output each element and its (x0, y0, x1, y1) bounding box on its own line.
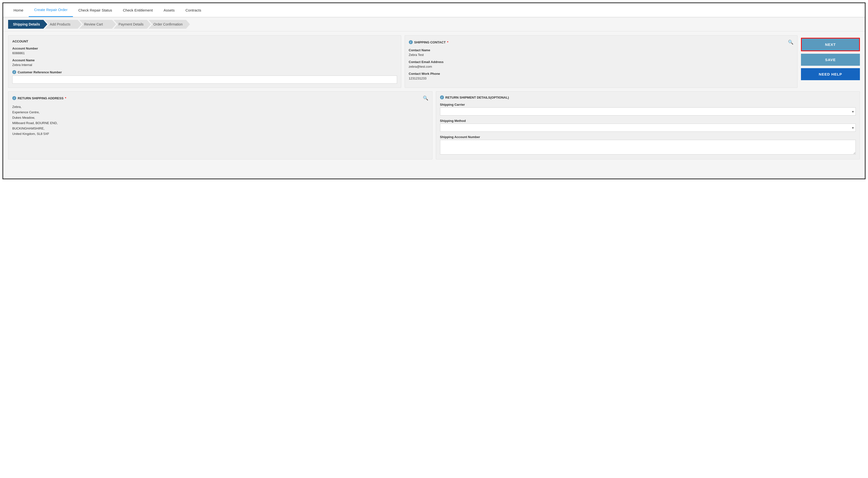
contact-name-value: Zebra Test (409, 53, 794, 57)
shipping-contact-card: i SHIPPING CONTACT * 🔍 Contact Name Zebr… (405, 35, 798, 88)
save-button[interactable]: SAVE (801, 54, 860, 66)
account-section-title: ACCOUNT (12, 39, 397, 43)
wizard-step-review-cart[interactable]: Review Cart (79, 20, 116, 29)
shipping-carrier-wrap: ▾ (440, 107, 856, 115)
account-number-label: Account Number (12, 46, 397, 50)
shipping-contact-search-icon[interactable]: 🔍 (788, 39, 793, 45)
account-name-value: Zebra Internal (12, 63, 397, 67)
shipping-method-wrap: ▾ (440, 124, 856, 132)
shipping-contact-info-icon: i (409, 40, 413, 44)
contact-name-label: Contact Name (409, 48, 794, 52)
customer-ref-input[interactable] (12, 75, 397, 83)
shipping-carrier-label: Shipping Carrier (440, 103, 856, 106)
wizard-bar: Shipping Details Add Products Review Car… (3, 18, 865, 31)
action-panel: NEXT SAVE NEED HELP (801, 35, 860, 88)
wizard-step-shipping-details[interactable]: Shipping Details (8, 20, 48, 29)
return-shipment-details-card: i RETURN SHIPMENT DETAILS(OPTIONAL) Ship… (436, 91, 860, 160)
return-shipping-address-title: i RETURN SHIPPING ADDRESS * 🔍 (12, 95, 428, 101)
account-name-label: Account Name (12, 58, 397, 62)
return-address-search-icon[interactable]: 🔍 (423, 95, 428, 101)
return-address-text: Zebra, Experience Centre, Dukes Meadow, … (12, 104, 428, 137)
nav-item-check-repair-status[interactable]: Check Repair Status (73, 4, 118, 17)
address-line-2: Dukes Meadow, (12, 116, 35, 120)
contact-phone-label: Contact Work Phone (409, 72, 794, 75)
nav-item-assets[interactable]: Assets (158, 4, 180, 17)
address-line-3: Millboard Road, BOURNE END, (12, 121, 58, 125)
shipment-title-text: RETURN SHIPMENT DETAILS(OPTIONAL) (445, 96, 509, 99)
address-line-0: Zebra, (12, 105, 22, 109)
customer-ref-label-wrap: i Customer Reference Number (12, 70, 397, 74)
return-address-required: * (65, 96, 66, 100)
return-address-info-icon: i (12, 96, 16, 100)
main-content: ACCOUNT Account Number 6088861 Account N… (3, 31, 865, 178)
return-address-title-text: RETURN SHIPPING ADDRESS (18, 96, 64, 100)
contact-phone-value: 1231231233 (409, 76, 794, 80)
wizard-step-add-products[interactable]: Add Products (45, 20, 82, 29)
shipping-account-number-label: Shipping Account Number (440, 135, 856, 139)
return-shipment-title: i RETURN SHIPMENT DETAILS(OPTIONAL) (440, 95, 856, 99)
nav-item-home[interactable]: Home (8, 4, 29, 17)
shipping-carrier-select[interactable] (440, 107, 856, 115)
account-number-value: 6088861 (12, 51, 397, 55)
shipping-contact-title-text: SHIPPING CONTACT (414, 40, 446, 44)
wizard-step-order-confirmation[interactable]: Order Confirmation (149, 20, 190, 29)
shipping-method-select[interactable] (440, 124, 856, 132)
address-line-1: Experience Centre, (12, 110, 39, 114)
customer-ref-label: Customer Reference Number (18, 70, 62, 74)
shipping-account-number-input[interactable] (440, 140, 856, 155)
address-line-5: United Kingdom, SL8 5XF (12, 132, 49, 136)
nav-item-check-entitlement[interactable]: Check Entitlement (117, 4, 158, 17)
address-line-4: BUCKINGHAMSHIRE, (12, 127, 44, 130)
shipping-contact-required: * (447, 40, 448, 44)
shipping-contact-title: i SHIPPING CONTACT * 🔍 (409, 39, 794, 45)
need-help-button[interactable]: NEED HELP (801, 68, 860, 80)
shipping-method-label: Shipping Method (440, 119, 856, 123)
nav-item-contracts[interactable]: Contracts (180, 4, 207, 17)
wizard-step-payment-details[interactable]: Payment Details (114, 20, 151, 29)
account-card: ACCOUNT Account Number 6088861 Account N… (8, 35, 401, 88)
nav-bar: Home Create Repair Order Check Repair St… (3, 3, 865, 18)
customer-ref-info-icon: i (12, 70, 16, 74)
contact-email-label: Contact Email Address (409, 60, 794, 64)
next-button[interactable]: NEXT (801, 38, 860, 51)
return-shipping-address-card: i RETURN SHIPPING ADDRESS * 🔍 Zebra, Exp… (8, 91, 432, 160)
shipment-info-icon: i (440, 95, 444, 99)
contact-email-value: zebra@test.com (409, 65, 794, 68)
nav-item-create-repair-order[interactable]: Create Repair Order (29, 3, 73, 17)
